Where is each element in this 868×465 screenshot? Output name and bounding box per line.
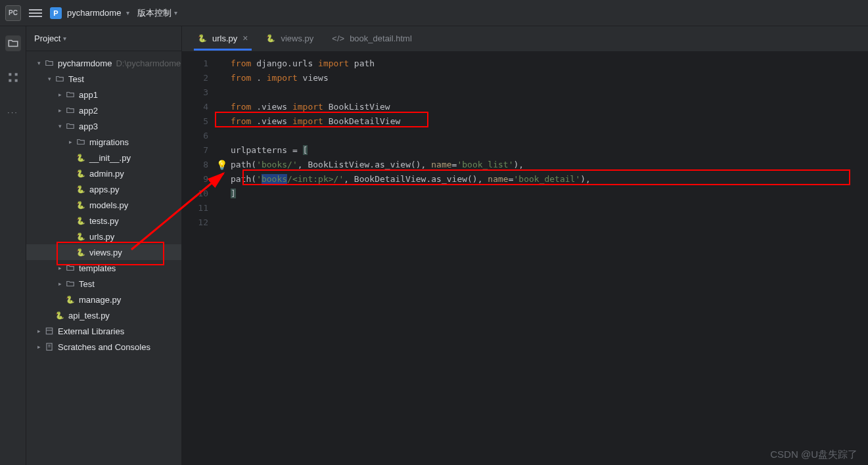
tree-item-__init__-py[interactable]: 🐍__init__.py <box>26 150 181 166</box>
watermark: CSDN @U盘失踪了 <box>770 449 857 461</box>
app-logo: PC <box>5 5 21 21</box>
tree-item-Test[interactable]: ▸Test <box>26 276 181 292</box>
svg-rect-0 <box>9 73 11 76</box>
project-selector[interactable]: P pycharmdome ▾ <box>50 7 129 19</box>
structure-tool-button[interactable] <box>5 70 21 85</box>
tree-item-views-py[interactable]: 🐍views.py <box>26 244 181 260</box>
tree-item-tests-py[interactable]: 🐍tests.py <box>26 213 181 229</box>
code-content[interactable]: from django.urls import pathfrom . impor… <box>231 51 868 465</box>
tree-item-admin-py[interactable]: 🐍admin.py <box>26 166 181 181</box>
project-tree: ▾pycharmdomeD:\pycharmdome▾Test▸app1▸app… <box>26 51 181 465</box>
tree-item-manage-py[interactable]: 🐍manage.py <box>26 292 181 307</box>
project-tool-button[interactable] <box>5 35 21 51</box>
tree-item-pycharmdome[interactable]: ▾pycharmdomeD:\pycharmdome <box>26 55 181 71</box>
chevron-down-icon: ▾ <box>126 9 129 16</box>
svg-rect-2 <box>14 73 17 76</box>
tree-item-templates[interactable]: ▸templates <box>26 260 181 276</box>
tool-window-bar: ··· <box>0 26 26 465</box>
tree-item-app3[interactable]: ▾app3 <box>26 118 181 134</box>
chevron-down-icon: ▾ <box>63 35 66 42</box>
tree-item-migrations[interactable]: ▸migrations <box>26 134 181 150</box>
tree-item-External Libraries[interactable]: ▸External Libraries <box>26 323 181 339</box>
project-sidebar: Project ▾ ▾pycharmdomeD:\pycharmdome▾Tes… <box>26 26 182 465</box>
more-tool-button[interactable]: ··· <box>5 104 21 120</box>
tree-item-app1[interactable]: ▸app1 <box>26 87 181 102</box>
editor-tabs: 🐍urls.py×🐍views.py</>book_detail.html <box>182 26 868 51</box>
tab-urls-py[interactable]: 🐍urls.py× <box>189 26 257 51</box>
close-icon[interactable]: × <box>242 33 248 43</box>
tree-item-models-py[interactable]: 🐍models.py <box>26 197 181 213</box>
tree-item-app2[interactable]: ▸app2 <box>26 102 181 118</box>
tab-views-py[interactable]: 🐍views.py <box>257 26 323 51</box>
svg-rect-3 <box>14 79 17 82</box>
tree-item-api_test-py[interactable]: 🐍api_test.py <box>26 307 181 323</box>
gutter: 123456789101112 <box>182 51 216 465</box>
editor-area: 🐍urls.py×🐍views.py</>book_detail.html 12… <box>182 26 868 465</box>
svg-rect-4 <box>46 328 52 334</box>
svg-rect-1 <box>9 79 11 82</box>
code-editor[interactable]: 123456789101112 💡 from django.urls impor… <box>182 51 868 465</box>
tab-book_detail-html[interactable]: </>book_detail.html <box>323 26 421 51</box>
tree-item-urls-py[interactable]: 🐍urls.py <box>26 229 181 244</box>
chevron-down-icon: ▾ <box>174 9 177 16</box>
main-menu-button[interactable] <box>29 7 42 20</box>
project-name: pycharmdome <box>67 8 121 18</box>
gutter-icons: 💡 <box>216 51 231 465</box>
titlebar: PC P pycharmdome ▾ 版本控制 ▾ <box>0 0 868 26</box>
tree-item-apps-py[interactable]: 🐍apps.py <box>26 181 181 197</box>
tree-item-Test[interactable]: ▾Test <box>26 71 181 87</box>
tree-item-Scratches and Consoles[interactable]: ▸Scratches and Consoles <box>26 339 181 355</box>
project-initial-icon: P <box>50 7 62 19</box>
sidebar-header[interactable]: Project ▾ <box>26 26 181 51</box>
version-control-button[interactable]: 版本控制 ▾ <box>137 7 177 19</box>
